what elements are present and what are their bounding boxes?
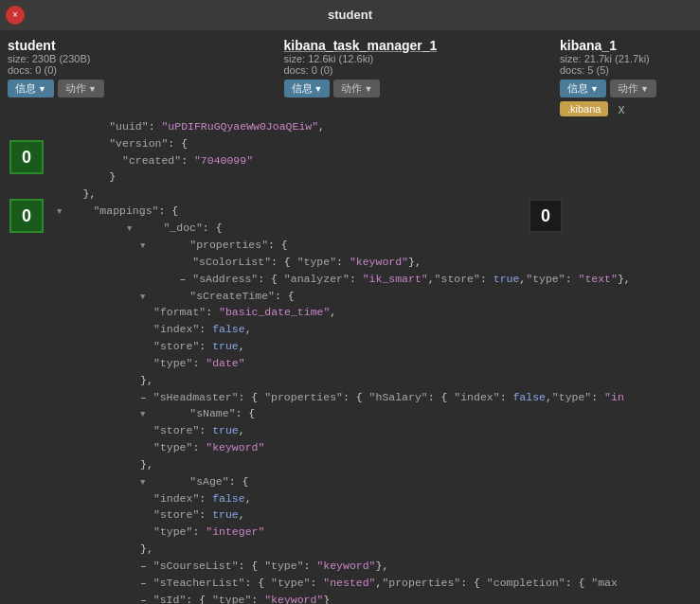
json-line-7[interactable]: "_doc": { <box>57 220 692 237</box>
index-meta-kibana-task: size: 12.6ki (12.6ki) <box>284 53 549 64</box>
info-button-student[interactable]: 信息 ▼ <box>8 80 54 98</box>
info-arrow-icon: ▼ <box>38 84 46 94</box>
index-meta-kibana1: size: 21.7ki (21.7ki) <box>560 53 692 64</box>
json-line-20: "type": "keyword" <box>57 439 692 456</box>
json-line-4: } <box>57 169 692 186</box>
kibana-badge: .kibana <box>560 101 608 116</box>
window-title: student <box>328 0 372 30</box>
action-arrow-icon-2: ▼ <box>364 84 372 94</box>
json-line-28: – "sTeacherList": { "type": "nested","pr… <box>57 575 692 592</box>
json-line-17: – "sHeadmaster": { "properties": { "hSal… <box>57 389 692 406</box>
json-line-16: }, <box>57 372 692 389</box>
action-arrow-icon: ▼ <box>88 84 97 94</box>
json-line-6[interactable]: "mappings": { <box>57 203 692 220</box>
json-line-8[interactable]: "properties": { <box>57 237 692 254</box>
index-docs-kibana1: docs: 5 (5) <box>560 64 692 76</box>
json-line-18[interactable]: "sName": { <box>57 405 692 422</box>
json-line-27: – "sCourseList": { "type": "keyword"}, <box>57 558 692 575</box>
info-arrow-icon-3: ▼ <box>590 84 599 94</box>
json-line-26: }, <box>57 541 692 558</box>
json-content-area: "uuid": "uPDIFRuGQyaeWw0JoaQEiw", "versi… <box>0 116 700 604</box>
close-button[interactable]: × <box>6 6 25 25</box>
action-button-kibana1[interactable]: 动作 ▼ <box>610 80 656 98</box>
index-cards-row: student size: 230B (230B) docs: 0 (0) 信息… <box>0 30 700 116</box>
action-arrow-icon-3: ▼ <box>640 84 649 94</box>
index-meta-student: size: 230B (230B) <box>8 53 273 64</box>
counter-badge-0-left: 0 <box>9 140 44 174</box>
counter-badge-0-right: 0 <box>529 199 563 233</box>
json-line-3: "created": "7040099" <box>57 152 692 169</box>
json-line-22[interactable]: "sAge": { <box>57 473 692 490</box>
json-line-15: "type": "date" <box>57 355 692 372</box>
json-line-9: "sColorList": { "type": "keyword"}, <box>57 254 692 271</box>
index-card-student: student size: 230B (230B) docs: 0 (0) 信息… <box>8 36 273 98</box>
index-docs-kibana-task: docs: 0 (0) <box>284 64 549 76</box>
json-line-10: – "sAddress": { "analyzer": "ik_smart","… <box>57 271 692 288</box>
json-line-5: }, <box>57 186 692 203</box>
index-name-kibana1: kibana_1 <box>560 38 692 53</box>
json-line-11[interactable]: "sCreateTime": { <box>57 288 692 305</box>
window-title-bar: × student <box>0 0 700 30</box>
json-line-29: – "sId": { "type": "keyword"} <box>57 592 692 605</box>
info-button-kibana-task[interactable]: 信息 ▼ <box>284 80 331 98</box>
json-line-21: }, <box>57 456 692 473</box>
index-buttons-kibana-task: 信息 ▼ 动作 ▼ <box>284 80 549 98</box>
json-line-12: "format": "basic_date_time", <box>57 304 692 321</box>
index-name-kibana-task: kibana_task_manager_1 <box>284 38 549 53</box>
index-card-kibana1: kibana_1 size: 21.7ki (21.7ki) docs: 5 (… <box>560 36 692 116</box>
json-line-19: "store": true, <box>57 422 692 439</box>
json-line-25: "type": "integer" <box>57 524 692 541</box>
kibana-badge-close[interactable]: x <box>614 101 628 116</box>
action-button-student[interactable]: 动作 ▼ <box>58 80 104 98</box>
info-button-kibana1[interactable]: 信息 ▼ <box>560 80 606 98</box>
index-buttons-student: 信息 ▼ 动作 ▼ <box>8 80 273 98</box>
close-icon: × <box>12 10 18 21</box>
counter-badge-0-left2: 0 <box>9 199 44 233</box>
json-line-1: "uuid": "uPDIFRuGQyaeWw0JoaQEiw", <box>57 118 692 135</box>
info-arrow-icon-2: ▼ <box>314 84 323 94</box>
index-card-kibana-task: kibana_task_manager_1 size: 12.6ki (12.6… <box>284 36 549 98</box>
action-button-kibana-task[interactable]: 动作 ▼ <box>333 80 380 98</box>
index-docs-student: docs: 0 (0) <box>8 64 273 76</box>
json-line-2: "version": { <box>57 135 692 152</box>
index-buttons-kibana1: 信息 ▼ 动作 ▼ <box>560 80 692 98</box>
kibana-badge-row: .kibana x <box>560 101 692 116</box>
json-line-13: "index": false, <box>57 321 692 338</box>
json-line-14: "store": true, <box>57 338 692 355</box>
json-line-23: "index": false, <box>57 490 692 507</box>
json-line-24: "store": true, <box>57 506 692 524</box>
index-name-student: student <box>8 38 273 53</box>
